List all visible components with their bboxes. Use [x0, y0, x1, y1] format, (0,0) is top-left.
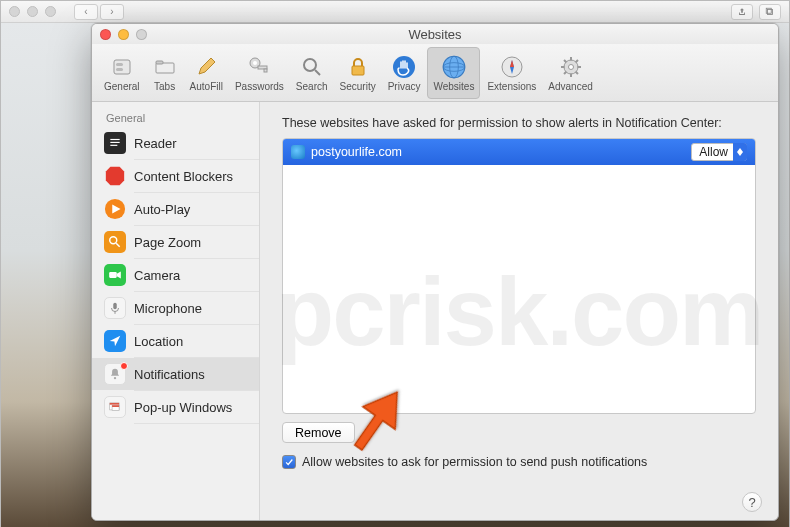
sidebar-item-notifications[interactable]: Notifications: [92, 358, 259, 390]
sidebar-item-label: Content Blockers: [134, 169, 233, 184]
hand-icon: [391, 54, 417, 80]
website-row[interactable]: postyourlife.com Allow: [283, 139, 755, 165]
svg-point-8: [253, 61, 257, 65]
sidebar-item-page-zoom[interactable]: Page Zoom: [92, 226, 259, 258]
search-icon: [299, 54, 325, 80]
help-button[interactable]: ?: [742, 492, 762, 512]
sidebar: General Reader Content Blockers Auto-Pla…: [92, 102, 260, 521]
key-icon: [246, 54, 272, 80]
lock-icon: [345, 54, 371, 80]
sidebar-item-label: Page Zoom: [134, 235, 201, 250]
tab-label: Security: [340, 81, 376, 92]
camera-icon: [104, 264, 126, 286]
websites-list[interactable]: postyourlife.com Allow: [282, 138, 756, 414]
svg-point-45: [114, 377, 116, 379]
tab-security[interactable]: Security: [335, 47, 381, 99]
allow-checkbox[interactable]: [282, 455, 296, 469]
svg-rect-13: [352, 66, 364, 75]
tabs-icon: [152, 54, 178, 80]
back-button[interactable]: ‹: [74, 4, 98, 20]
forward-button[interactable]: ›: [100, 4, 124, 20]
svg-rect-4: [116, 68, 123, 71]
sidebar-item-reader[interactable]: Reader: [92, 127, 259, 159]
tab-search[interactable]: Search: [291, 47, 333, 99]
svg-line-29: [575, 71, 577, 73]
main-panel: These websites have asked for permission…: [260, 102, 778, 521]
window-icon: [104, 396, 126, 418]
svg-rect-3: [116, 63, 123, 66]
play-icon: [104, 198, 126, 220]
tab-privacy[interactable]: Privacy: [383, 47, 426, 99]
svg-rect-2: [114, 60, 130, 74]
svg-rect-33: [110, 142, 119, 143]
svg-marker-44: [110, 336, 121, 347]
tab-autofill[interactable]: AutoFill: [185, 47, 228, 99]
maximize-icon[interactable]: [45, 6, 56, 17]
tab-passwords[interactable]: Passwords: [230, 47, 289, 99]
sidebar-item-microphone[interactable]: Microphone: [92, 292, 259, 324]
browser-body: Websites General Tabs AutoFill Passwor: [1, 23, 789, 527]
sidebar-item-label: Notifications: [134, 367, 205, 382]
tab-label: Passwords: [235, 81, 284, 92]
sidebar-item-autoplay[interactable]: Auto-Play: [92, 193, 259, 225]
reader-icon: [104, 132, 126, 154]
sidebar-item-camera[interactable]: Camera: [92, 259, 259, 291]
browser-traffic-lights: [9, 6, 56, 17]
tab-label: AutoFill: [190, 81, 223, 92]
share-button[interactable]: [731, 4, 753, 20]
switch-icon: [109, 54, 135, 80]
sidebar-item-label: Microphone: [134, 301, 202, 316]
svg-line-28: [564, 60, 566, 62]
svg-marker-35: [106, 167, 124, 185]
tabs-button[interactable]: [759, 4, 781, 20]
sidebar-item-popup-windows[interactable]: Pop-up Windows: [92, 391, 259, 423]
tab-label: General: [104, 81, 140, 92]
tab-general[interactable]: General: [99, 47, 145, 99]
prefs-titlebar: Websites: [92, 24, 778, 44]
svg-marker-41: [117, 272, 121, 279]
tab-label: Websites: [433, 81, 474, 92]
globe-icon: [441, 54, 467, 80]
svg-rect-34: [110, 145, 117, 146]
svg-rect-42: [113, 303, 117, 309]
svg-point-11: [304, 59, 316, 71]
svg-line-39: [116, 243, 120, 247]
svg-rect-40: [109, 272, 117, 278]
tab-extensions[interactable]: Extensions: [482, 47, 541, 99]
tab-tabs[interactable]: Tabs: [147, 47, 183, 99]
svg-line-12: [315, 70, 320, 75]
close-icon[interactable]: [9, 6, 20, 17]
svg-rect-49: [112, 405, 119, 407]
badge-icon: [120, 362, 128, 370]
sidebar-item-label: Reader: [134, 136, 177, 151]
svg-point-23: [568, 64, 573, 69]
tab-websites[interactable]: Websites: [427, 47, 480, 99]
compass-icon: [499, 54, 525, 80]
svg-rect-0: [768, 9, 773, 14]
svg-rect-6: [156, 61, 163, 64]
permission-select[interactable]: Allow: [691, 143, 747, 161]
browser-window: ‹ › Websites: [0, 0, 790, 527]
sidebar-item-label: Camera: [134, 268, 180, 283]
tab-label: Extensions: [487, 81, 536, 92]
sidebar-item-location[interactable]: Location: [92, 325, 259, 357]
pen-icon: [193, 54, 219, 80]
microphone-icon: [104, 297, 126, 319]
tab-label: Tabs: [154, 81, 175, 92]
tab-label: Advanced: [548, 81, 592, 92]
svg-rect-1: [766, 8, 771, 13]
svg-rect-47: [110, 403, 119, 405]
checkbox-label: Allow websites to ask for permission to …: [302, 455, 647, 469]
minimize-icon[interactable]: [27, 6, 38, 17]
sidebar-item-content-blockers[interactable]: Content Blockers: [92, 160, 259, 192]
sidebar-item-label: Auto-Play: [134, 202, 190, 217]
remove-button[interactable]: Remove: [282, 422, 355, 443]
svg-rect-10: [264, 69, 267, 72]
stop-icon: [104, 165, 126, 187]
sidebar-item-label: Pop-up Windows: [134, 400, 232, 415]
location-icon: [104, 330, 126, 352]
svg-line-30: [564, 71, 566, 73]
tab-advanced[interactable]: Advanced: [543, 47, 597, 99]
tab-label: Privacy: [388, 81, 421, 92]
favicon-icon: [291, 145, 305, 159]
